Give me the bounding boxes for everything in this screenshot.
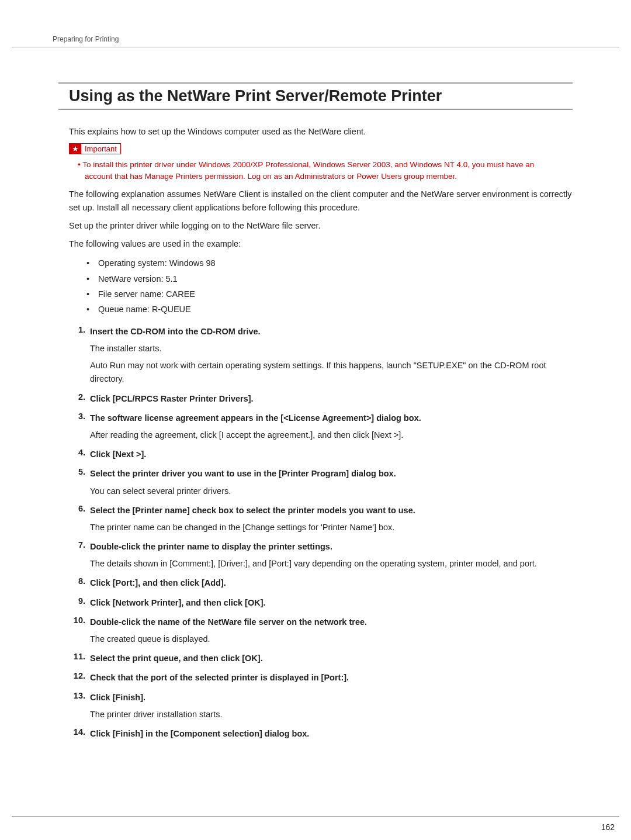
step: Select the print queue, and then click [… — [69, 652, 573, 665]
step-title: Click [Finish] in the [Component selecti… — [90, 727, 573, 741]
star-icon: ★ — [70, 144, 81, 154]
step: Click [Network Printer], and then click … — [69, 596, 573, 610]
step-description: The printer driver installation starts. — [90, 708, 573, 721]
important-note: • To install this printer driver under W… — [85, 159, 562, 183]
step: Click [Finish]. The printer driver insta… — [69, 691, 573, 721]
step: Double-click the name of the NetWare fil… — [69, 616, 573, 646]
step: The software license agreement appears i… — [69, 412, 573, 442]
step-title: Insert the CD-ROM into the CD-ROM drive. — [90, 325, 573, 338]
step-title: Click [Finish]. — [90, 691, 573, 704]
step-title: Double-click the printer name to display… — [90, 540, 573, 554]
step-title: Click [PCL/RPCS Raster Printer Drivers]. — [90, 392, 573, 406]
step: Click [PCL/RPCS Raster Printer Drivers]. — [69, 392, 573, 406]
important-tag: ★ Important — [69, 143, 121, 154]
step-description: The details shown in [Comment:], [Driver… — [90, 557, 573, 571]
step: Select the printer driver you want to us… — [69, 467, 573, 497]
procedure-steps: Insert the CD-ROM into the CD-ROM drive.… — [69, 325, 573, 741]
step: Insert the CD-ROM into the CD-ROM drive.… — [69, 325, 573, 386]
step-title: The software license agreement appears i… — [90, 412, 573, 425]
step: Check that the port of the selected prin… — [69, 671, 573, 685]
page-title: Using as the NetWare Print Server/Remote… — [58, 82, 573, 110]
example-values-list: Operating system: Windows 98 NetWare ver… — [86, 255, 573, 316]
step: Click [Port:], and then click [Add]. — [69, 576, 573, 590]
step: Click [Finish] in the [Component selecti… — [69, 727, 573, 741]
paragraph: The following values are used in the exa… — [69, 237, 573, 251]
step-title: Click [Network Printer], and then click … — [90, 596, 573, 610]
step-description: The installer starts. — [90, 342, 573, 355]
important-label: Important — [81, 144, 120, 154]
paragraph: Set up the printer driver while logging … — [69, 219, 573, 233]
step-title: Select the printer driver you want to us… — [90, 467, 573, 481]
step-title: Double-click the name of the NetWare fil… — [90, 616, 573, 629]
step-description: After reading the agreement, click [I ac… — [90, 428, 573, 442]
page-number: 162 — [601, 822, 615, 832]
step-title: Check that the port of the selected prin… — [90, 671, 573, 685]
step: Double-click the printer name to display… — [69, 540, 573, 571]
step-title: Click [Next >]. — [90, 448, 573, 461]
list-item: Queue name: R-QUEUE — [86, 302, 573, 317]
footer-divider — [12, 816, 619, 817]
step-title: Select the print queue, and then click [… — [90, 652, 573, 665]
paragraph: The following explanation assumes NetWar… — [69, 188, 573, 215]
list-item: File server name: CAREE — [86, 286, 573, 302]
list-item: Operating system: Windows 98 — [86, 255, 573, 271]
content-area: Using as the NetWare Print Server/Remote… — [58, 82, 573, 741]
step: Click [Next >]. — [69, 448, 573, 461]
step-title: Click [Port:], and then click [Add]. — [90, 576, 573, 590]
step-description: The created queue is displayed. — [90, 632, 573, 646]
step-description: You can select several printer drivers. — [90, 485, 573, 498]
intro-text: This explains how to set up the Windows … — [69, 125, 573, 139]
step-title: Select the [Printer name] check box to s… — [90, 504, 573, 517]
running-header: Preparing for Printing — [12, 35, 619, 47]
list-item: NetWare version: 5.1 — [86, 271, 573, 286]
step-description: The printer name can be changed in the [… — [90, 521, 573, 534]
step: Select the [Printer name] check box to s… — [69, 504, 573, 534]
step-description: Auto Run may not work with certain opera… — [90, 359, 573, 386]
document-page: Preparing for Printing Using as the NetW… — [0, 0, 631, 758]
